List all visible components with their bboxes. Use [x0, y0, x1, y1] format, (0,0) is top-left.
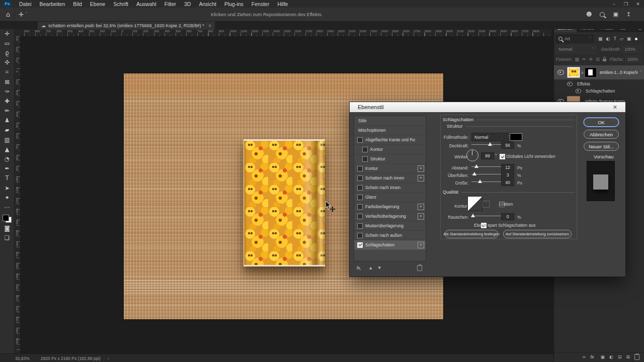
- minimize-icon[interactable]: –: [608, 2, 620, 7]
- noise-field[interactable]: 0: [501, 213, 514, 220]
- quick-mask-icon[interactable]: ◙: [0, 224, 14, 233]
- spread-slider[interactable]: [471, 171, 505, 176]
- lock-pixels-icon[interactable]: ✏: [582, 57, 586, 62]
- style-item[interactable]: Musterüberlagerung +: [354, 221, 426, 231]
- menu-item[interactable]: Auswahl: [132, 1, 160, 7]
- filter-smart-objects-icon[interactable]: ▣: [627, 36, 631, 41]
- style-checkbox[interactable]: [362, 147, 368, 152]
- zoom-level-field[interactable]: 32,63%: [15, 356, 30, 361]
- eye-icon[interactable]: [557, 70, 564, 75]
- gradient-tool[interactable]: ▥: [0, 135, 14, 144]
- ok-button[interactable]: OK: [584, 118, 619, 127]
- healing-brush-tool[interactable]: ✚: [0, 96, 14, 106]
- distance-field[interactable]: 12: [501, 164, 514, 171]
- menu-item[interactable]: Datei: [15, 1, 36, 7]
- dialog-title-bar[interactable]: Ebenenstil ✕: [350, 102, 625, 112]
- lock-artboard-icon[interactable]: ⊡: [596, 57, 600, 62]
- status-chevron-icon[interactable]: ›: [108, 356, 109, 361]
- emoji-print-layer[interactable]: [244, 139, 325, 266]
- menu-item[interactable]: Plug-ins: [220, 1, 248, 7]
- home-icon[interactable]: ⌂: [6, 11, 10, 18]
- shadow-color-swatch[interactable]: [510, 133, 522, 141]
- style-item[interactable]: Schein nach außen +: [354, 231, 426, 240]
- add-instance-button[interactable]: +: [418, 213, 424, 220]
- document-tab[interactable]: ☁ schatten erstellen.psdc bei 32,6% (smi…: [38, 21, 215, 30]
- vertical-ruler[interactable]: 3002001000100200300400500600700800900100…: [14, 36, 21, 353]
- move-tool-icon[interactable]: ✛: [19, 11, 24, 18]
- layer-mask-thumbnail[interactable]: [585, 67, 597, 77]
- adjustment-layer-icon[interactable]: ◐: [609, 354, 613, 359]
- spread-field[interactable]: 3: [501, 171, 514, 178]
- opacity-field[interactable]: 100%: [622, 46, 641, 53]
- dialog-close-icon[interactable]: ✕: [613, 104, 617, 111]
- reset-default-button[interactable]: Auf Standardeinstellung zurücksetzen: [503, 230, 572, 238]
- menu-item[interactable]: Filter: [160, 1, 180, 7]
- move-down-icon[interactable]: ▼: [378, 266, 380, 270]
- drop-shadow-effect-row[interactable]: Schlagschatten: [554, 87, 644, 95]
- layer-name[interactable]: smilies-1...0 Kopie 2: [600, 70, 635, 75]
- clone-stamp-tool[interactable]: ♟: [0, 116, 14, 125]
- style-item[interactable]: Kontur +: [354, 145, 426, 154]
- noise-slider-thumb[interactable]: [471, 214, 475, 217]
- add-instance-button[interactable]: +: [418, 175, 424, 182]
- menu-item[interactable]: Ansicht: [195, 1, 220, 7]
- move-tool[interactable]: ✛: [0, 29, 14, 38]
- size-slider[interactable]: [471, 178, 505, 184]
- object-selection-tool[interactable]: ✣: [0, 58, 14, 67]
- contour-chevron-icon[interactable]: ˅: [482, 201, 490, 208]
- eye-icon[interactable]: [576, 89, 581, 94]
- link-layers-icon[interactable]: ∞: [582, 354, 586, 359]
- delete-layer-icon[interactable]: [634, 355, 639, 360]
- foreground-color-swatch[interactable]: [3, 215, 9, 221]
- screen-mode-icon[interactable]: ❏: [0, 233, 14, 243]
- distance-slider[interactable]: [471, 163, 505, 168]
- layer-filter-type-select[interactable]: Art ˅: [556, 35, 593, 43]
- style-checkbox[interactable]: [357, 195, 363, 200]
- lasso-tool[interactable]: ϱ: [0, 48, 14, 57]
- filter-pixel-layers-icon[interactable]: ▦: [598, 36, 603, 41]
- delete-effect-icon[interactable]: [417, 266, 422, 271]
- spread-slider-thumb[interactable]: [472, 172, 476, 175]
- style-checkbox[interactable]: [357, 223, 363, 229]
- shape-tool[interactable]: ✦: [0, 193, 14, 202]
- set-default-button[interactable]: Als Standardeinstellung festlegen: [445, 230, 498, 238]
- style-item[interactable]: Schatten nach innen +: [354, 173, 426, 183]
- global-light-checkbox[interactable]: [500, 154, 505, 159]
- add-instance-button[interactable]: +: [418, 165, 424, 172]
- filter-adjustment-layers-icon[interactable]: ◐: [606, 36, 610, 41]
- eye-icon[interactable]: [567, 82, 573, 86]
- style-checkbox[interactable]: [357, 185, 363, 191]
- style-checkbox[interactable]: [357, 137, 363, 143]
- lock-transparency-icon[interactable]: ▨: [575, 57, 580, 62]
- size-slider-thumb[interactable]: [478, 179, 482, 183]
- style-checkbox[interactable]: [357, 166, 363, 171]
- opacity-slider-thumb[interactable]: [488, 142, 492, 146]
- account-icon[interactable]: ☻: [586, 11, 592, 18]
- restore-icon[interactable]: ❒: [620, 2, 632, 7]
- close-icon[interactable]: ✕: [632, 2, 644, 7]
- marquee-tool[interactable]: ▭: [0, 38, 14, 48]
- style-item[interactable]: Struktur +: [354, 154, 426, 164]
- type-tool[interactable]: T: [0, 173, 14, 183]
- cancel-button[interactable]: Abbrechen: [584, 130, 619, 139]
- style-item[interactable]: Verlaufsüberlagerung +: [354, 212, 426, 221]
- path-selection-tool[interactable]: ➤: [0, 183, 14, 193]
- new-group-icon[interactable]: ⊟: [618, 354, 622, 359]
- angle-dial[interactable]: [466, 149, 478, 161]
- fill-field[interactable]: 100%: [625, 56, 642, 63]
- eyedropper-tool[interactable]: ✑: [0, 86, 14, 96]
- horizontal-ruler[interactable]: 9008007006005004003002001000100200300400…: [20, 29, 551, 37]
- style-checkbox[interactable]: [357, 242, 363, 248]
- layer-thumbnail[interactable]: [567, 67, 580, 78]
- add-mask-icon[interactable]: ▣: [601, 354, 605, 359]
- style-item[interactable]: Glanz +: [354, 193, 426, 202]
- new-layer-icon[interactable]: ⊞: [626, 354, 630, 359]
- style-checkbox[interactable]: [362, 156, 368, 162]
- opacity-field[interactable]: 56: [501, 142, 514, 149]
- style-item[interactable]: Schlagschatten +: [354, 240, 426, 250]
- collapse-fx-icon[interactable]: ˄: [640, 70, 642, 75]
- filter-toggle[interactable]: [635, 38, 637, 40]
- add-instance-button[interactable]: +: [418, 242, 424, 248]
- search-icon[interactable]: [600, 12, 605, 17]
- crop-tool[interactable]: ⌗: [0, 67, 14, 77]
